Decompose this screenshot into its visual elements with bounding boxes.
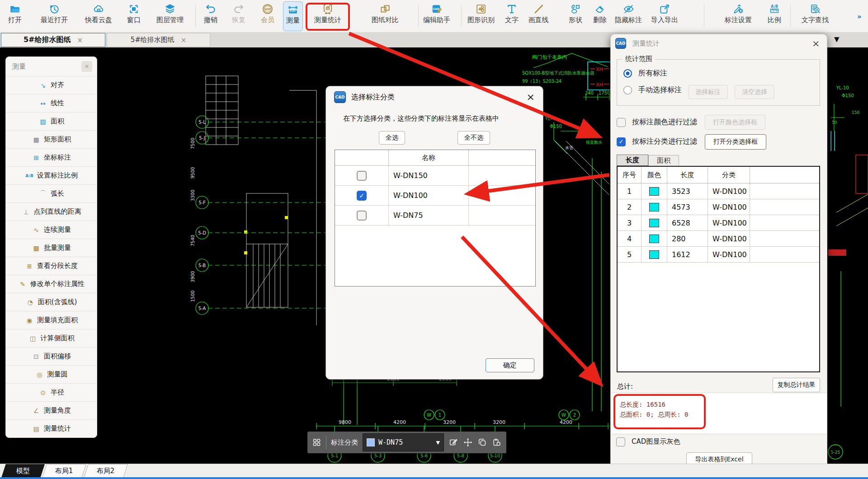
wdn150-checkbox[interactable] (357, 171, 367, 181)
stats-panel-close-icon[interactable]: × (812, 38, 820, 49)
svg-text:排至散水: 排至散水 (585, 140, 602, 145)
measure-angle-icon: ∠ (32, 407, 41, 414)
toolbar-recent-button[interactable]: 最近打开 (38, 1, 71, 31)
category-row-wdn150[interactable]: W-DN150 (335, 166, 535, 186)
sidebar-item-rect-area[interactable]: ▦矩形面积 (6, 130, 97, 148)
toolbar-compare-button[interactable]: 图纸对比 (369, 1, 401, 31)
svg-text:150: 150 (852, 110, 859, 115)
toolbar-edit-assistant-button[interactable]: CAD 编辑助手 (420, 1, 453, 31)
cad-w-bubbles: W 1 W 2 (424, 410, 580, 420)
total-length-value: 总长度: 16516 (620, 399, 704, 409)
sidebar-item-area-arc[interactable]: ◔面积(含弧线) (6, 293, 97, 311)
select-annotations-button[interactable]: 选择标注 (688, 85, 728, 99)
toolbar-scale-button[interactable]: A:B 比例 (765, 1, 784, 31)
sidebar-item-arc-length[interactable]: ⌒弧长 (6, 184, 97, 202)
toolbar-delete-button[interactable]: 删除 (590, 1, 609, 31)
open-color-picker-button[interactable]: 打开颜色选择框 (705, 115, 765, 130)
stats-row-5[interactable]: 5 1612 W-DN100 (618, 247, 819, 263)
select-none-button[interactable]: 全不选 (458, 131, 490, 145)
category-row-wdn100[interactable]: ✓ W-DN100 (335, 186, 535, 206)
edit-category-button[interactable] (448, 437, 458, 447)
tab-overflow-icon[interactable]: ▼ (834, 35, 840, 43)
move-button[interactable] (463, 437, 473, 447)
sidebar-item-batch-measure[interactable]: ▩批量测量 (6, 239, 97, 257)
toolbar-undo-button[interactable]: 撤销 (201, 1, 220, 31)
stats-row-1[interactable]: 1 3523 W-DN100 (618, 183, 819, 199)
category-table-header: 名称 (335, 150, 535, 166)
toolbar-annotation-settings-button[interactable]: 标注设置 (722, 1, 755, 31)
wdn75-checkbox[interactable] (357, 211, 367, 221)
sidebar-item-radius[interactable]: ⊙半径 (6, 383, 97, 401)
toolbar-window-button[interactable]: 窗口 (124, 1, 143, 31)
cad-app-icon: CAD (334, 91, 346, 103)
toolbar-divider (790, 5, 791, 27)
sidebar-item-side-area[interactable]: ◫计算侧面积 (6, 329, 97, 347)
toolbar-draw-line-button[interactable]: 画直线 (526, 1, 552, 31)
sidebar-item-linear[interactable]: ↔线性 (6, 94, 97, 112)
annotation-category-toolbar: 标注分类 W-DN75 ▼ (307, 432, 506, 453)
sidebar-item-area-offset[interactable]: ⊡面积偏移 (6, 347, 97, 365)
layout-tab-model[interactable]: 模型 (1, 464, 45, 478)
select-all-button[interactable]: 全选 (379, 131, 405, 145)
toolbar-hide-annotation-button[interactable]: 隐藏标注 (612, 1, 645, 31)
stats-row-4[interactable]: 4 280 W-DN100 (618, 231, 819, 247)
category-dropdown[interactable]: W-DN75 ▼ (363, 433, 444, 451)
measure-panel-close-icon[interactable]: × (81, 61, 92, 72)
wdn100-checkbox[interactable]: ✓ (357, 191, 367, 201)
toolbar-cloud-button[interactable]: 快看云盘 (82, 1, 115, 31)
open-class-picker-button[interactable]: 打开分类选择框 (705, 134, 766, 150)
doc-tab-1[interactable]: 5#给排水图纸 × (1, 33, 105, 47)
sidebar-item-align[interactable]: ↘对齐 (6, 76, 97, 94)
toolbar-import-export-button[interactable]: 导入导出 (648, 1, 681, 31)
layout-tab-2[interactable]: 布局2 (84, 464, 128, 478)
radio-manual-icon[interactable] (623, 86, 632, 94)
color-filter-checkbox[interactable] (617, 118, 626, 127)
toolbar-shape-recognize-button[interactable]: 图形识别 (465, 1, 497, 31)
radio-manual-select[interactable]: 手动选择标注 (623, 85, 682, 95)
radio-all-icon[interactable] (623, 69, 632, 78)
toolbar-vip-button[interactable]: VIP 会员 (258, 1, 277, 31)
class-filter-checkbox[interactable]: ✓ (617, 137, 626, 146)
stats-row-3[interactable]: 3 6528 W-DN100 (618, 215, 819, 231)
cad-gray-checkbox[interactable] (616, 437, 625, 446)
sidebar-item-measure-circle[interactable]: ◎测量圆 (6, 365, 97, 383)
radio-all-annotations[interactable]: 所有标注 (623, 69, 667, 78)
tab-close-icon[interactable]: × (77, 36, 83, 44)
total-label: 总计: (617, 382, 633, 391)
svg-text:5-F: 5-F (198, 200, 206, 205)
clear-selection-button[interactable]: 清空选择 (735, 85, 774, 99)
sidebar-item-dim-scale[interactable]: A:B设置标注比例 (6, 166, 97, 184)
sidebar-item-area[interactable]: ▨面积 (6, 112, 97, 130)
paste-button[interactable] (492, 437, 502, 447)
tab-area[interactable]: 面积 (648, 155, 679, 166)
grid-icon[interactable] (312, 437, 321, 447)
toolbar-layers-button[interactable]: 图层管理 (154, 1, 186, 31)
doc-tab-2[interactable]: 5#给排水图纸 × (107, 33, 210, 47)
toolbar-open-button[interactable]: 打开 (5, 1, 24, 31)
copy-total-button[interactable]: 复制总计结果 (773, 378, 820, 392)
category-row-wdn75[interactable]: W-DN75 (335, 206, 535, 225)
sidebar-item-measure-angle[interactable]: ∠测量角度 (6, 401, 97, 419)
sidebar-item-coord-dim[interactable]: ⊞坐标标注 (6, 148, 97, 166)
copy-button[interactable] (477, 437, 487, 447)
sidebar-item-continuous-measure[interactable]: ∿连续测量 (6, 221, 97, 239)
stats-row-2[interactable]: 2 4573 W-DN100 (618, 199, 819, 215)
sidebar-item-segment-length[interactable]: ≣查看分段长度 (6, 257, 97, 275)
sidebar-item-fill-area[interactable]: ◉测量填充面积 (6, 311, 97, 329)
confirm-button[interactable]: 确定 (486, 358, 534, 372)
sidebar-item-edit-dim-attr[interactable]: ✎修改单个标注属性 (6, 275, 97, 293)
layout-tab-1[interactable]: 布局1 (42, 464, 86, 478)
dialog-close-icon[interactable]: × (527, 92, 535, 102)
tab-close-icon[interactable]: × (181, 36, 187, 44)
toolbar-shapes-button[interactable]: 形状 (566, 1, 585, 31)
sidebar-item-measure-stats[interactable]: ▤测量统计 (6, 419, 97, 437)
toolbar-text-button[interactable]: 文字 (502, 1, 521, 31)
toolbar-redo-button[interactable]: 恢复 (229, 1, 248, 31)
toolbar-overflow-button[interactable]: » (857, 13, 861, 21)
tab-length[interactable]: 长度 (617, 155, 648, 166)
toolbar-measure-button[interactable]: 测量 (283, 1, 303, 31)
sidebar-item-point-to-line[interactable]: ⊥点到直线的距离 (6, 202, 97, 221)
toolbar-text-search-button[interactable]: A 文字查找 (799, 1, 831, 31)
svg-text:水舌: 水舌 (565, 146, 573, 150)
cad-app-icon: CAD (615, 38, 626, 49)
